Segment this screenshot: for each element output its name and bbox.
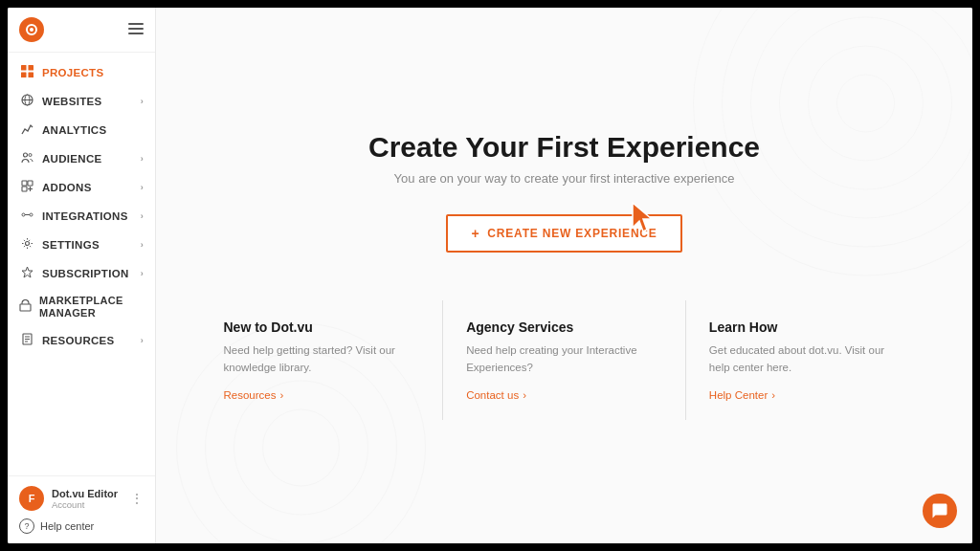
settings-label: SETTINGS [42,239,100,251]
svg-rect-22 [20,304,31,311]
svg-point-17 [22,213,25,216]
card-agency-services: Agency Services Need help creating your … [443,300,686,420]
card-title-0: New to Dot.vu [224,320,420,335]
resources-link[interactable]: Resources › [224,389,420,401]
chevron-down-icon: › [141,211,144,221]
websites-label: WEBSITES [42,96,101,107]
help-center-card-link[interactable]: Help Center › [709,389,905,401]
chevron-down-icon: › [141,269,144,278]
sidebar-item-integrations[interactable]: INTEGRATIONS › [8,202,155,231]
integrations-label: INTEGRATIONS [42,210,128,222]
card-title-2: Learn How [709,320,905,335]
help-icon: ? [19,518,34,534]
resources-label: RESOURCES [42,335,115,346]
user-info: Dot.vu Editor Account [52,488,122,510]
sidebar-item-analytics[interactable]: ANALYTICS [8,116,155,144]
cta-label: CREATE NEW EXPERIENCE [487,227,657,240]
card-learn-how: Learn How Get educated about dot.vu. Vis… [686,300,928,420]
help-center-link-arrow: › [771,389,775,401]
integrations-icon [19,209,34,224]
svg-point-1 [30,28,33,32]
audience-icon [19,151,34,166]
page-title: Create Your First Experience [368,131,760,164]
card-desc-0: Need help getting started? Visit our kno… [224,342,420,376]
sidebar-nav: PROJECTS WEBSITES › [8,53,155,475]
svg-rect-5 [21,65,27,71]
sidebar-item-audience[interactable]: AUDIENCE › [8,144,155,173]
help-label: Help center [40,520,94,532]
user-more-button[interactable]: ⋮ [130,491,144,506]
resources-icon [19,333,34,348]
grid-icon [19,65,34,80]
help-center-link-label: Help Center [709,389,768,401]
svg-rect-15 [28,181,33,186]
analytics-icon [19,122,34,138]
subscription-label: SUBSCRIPTION [42,268,129,279]
sidebar: PROJECTS WEBSITES › [8,8,156,543]
card-desc-2: Get educated about dot.vu. Visit our hel… [709,342,905,376]
card-desc-1: Need help creating your Interactive Expe… [466,342,662,376]
svg-point-12 [23,153,27,157]
sidebar-bottom: F Dot.vu Editor Account ⋮ ? Help center [8,475,155,543]
globe-icon [19,94,34,109]
svg-rect-4 [128,33,144,34]
sidebar-item-resources[interactable]: RESOURCES › [8,326,155,355]
content-area: Create Your First Experience You are on … [156,8,972,543]
resources-link-arrow: › [279,389,283,401]
svg-rect-7 [21,73,27,78]
page-subtitle: You are on your way to create your first… [394,171,735,186]
help-center-link[interactable]: ? Help center [19,518,144,534]
svg-point-13 [29,154,32,157]
settings-icon [19,237,34,253]
audience-label: AUDIENCE [42,153,101,165]
projects-label: PROJECTS [42,67,103,78]
chevron-down-icon: › [141,336,144,345]
contact-us-link[interactable]: Contact us › [466,389,662,401]
main-content: Create Your First Experience You are on … [156,8,972,543]
svg-point-18 [30,213,33,216]
analytics-label: ANALYTICS [42,124,106,136]
user-name: Dot.vu Editor [52,488,122,499]
sidebar-item-subscription[interactable]: SUBSCRIPTION › [8,259,155,288]
svg-rect-16 [22,187,27,191]
card-new-to-dotvu: New to Dot.vu Need help getting started?… [201,300,444,420]
sidebar-item-projects[interactable]: PROJECTS [8,58,155,87]
sidebar-item-settings[interactable]: SETTINGS › [8,231,155,259]
chevron-down-icon: › [141,97,144,106]
user-account: Account [52,499,122,510]
create-experience-button[interactable]: + CREATE NEW EXPERIENCE [446,214,681,253]
addons-label: ADDONS [42,182,92,193]
logo-icon [19,17,44,42]
subscription-icon [19,266,34,281]
sidebar-item-websites[interactable]: WEBSITES › [8,87,155,116]
chevron-down-icon: › [141,154,144,164]
marketplace-label: MARKETPLACE MANAGER [39,295,144,320]
contact-us-link-label: Contact us [466,389,519,401]
cards-row: New to Dot.vu Need help getting started?… [201,300,928,420]
svg-rect-8 [28,73,33,78]
chevron-down-icon: › [141,183,144,192]
contact-us-link-arrow: › [523,389,526,401]
chevron-down-icon: › [141,240,144,250]
resources-link-label: Resources [224,389,277,401]
chat-button[interactable] [923,494,957,528]
hamburger-icon[interactable] [128,22,144,37]
svg-point-20 [25,242,29,246]
svg-rect-6 [28,65,33,71]
sidebar-item-marketplace[interactable]: MARKETPLACE MANAGER [8,288,155,326]
sidebar-header [8,8,155,53]
avatar: F [19,486,44,511]
marketplace-icon [19,299,32,315]
user-row: F Dot.vu Editor Account ⋮ [19,486,144,511]
svg-rect-2 [128,23,144,25]
svg-rect-3 [128,28,144,30]
card-title-1: Agency Services [466,320,662,335]
sidebar-item-addons[interactable]: ADDONS › [8,173,155,202]
svg-rect-14 [22,181,27,186]
addons-icon [19,180,34,195]
plus-icon: + [471,226,479,241]
svg-marker-21 [22,267,33,277]
